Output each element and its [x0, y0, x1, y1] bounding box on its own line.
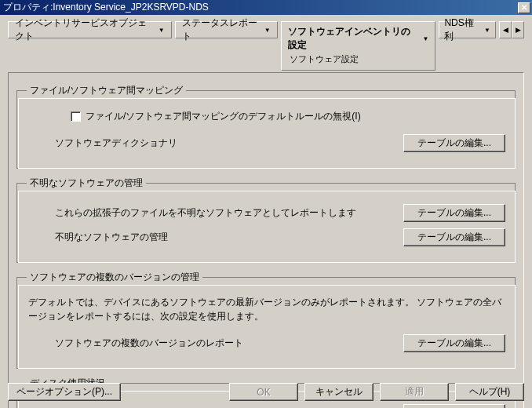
- checkbox-label: ファイル/ソフトウェア間マッピングのデフォルトルールの無視(I): [86, 110, 361, 123]
- tab-status-report[interactable]: ステータスレポート ▼: [175, 21, 278, 38]
- titlebar: プロパティ:Inventory Service_JP2KSRVPD-NDS ✕: [0, 0, 532, 15]
- chevron-right-icon: ▶: [516, 26, 521, 34]
- close-icon: ✕: [521, 3, 527, 12]
- tab-label: ステータスレポート: [182, 16, 260, 43]
- tab-scroll-buttons: ◀ ▶: [499, 21, 524, 38]
- edit-table-button-dictionary[interactable]: テーブルの編集...: [403, 134, 505, 152]
- page-options-button[interactable]: ページオプション(P)...: [8, 383, 121, 401]
- chevron-down-icon: ▼: [484, 27, 490, 34]
- chevron-down-icon: ▼: [264, 27, 271, 34]
- tab-inventory-object[interactable]: インベントリサービスオブジェクト ▼: [8, 21, 172, 38]
- label-software-dictionary: ソフトウェアディクショナリ: [27, 137, 403, 150]
- group-legend: ファイル/ソフトウェア間マッピング: [27, 84, 186, 97]
- group-unknown-software: 不明なソフトウェアの管理 これらの拡張子のファイルを不明なソフトウェアとしてレポ…: [16, 177, 516, 263]
- group-file-mapping: ファイル/ソフトウェア間マッピング ファイル/ソフトウェア間マッピングのデフォル…: [16, 84, 516, 169]
- label-extensions-report: これらの拡張子のファイルを不明なソフトウェアとしてレポートします: [27, 206, 403, 220]
- tab-subtitle: ソフトウェア設定: [288, 53, 359, 65]
- label-versions-report: ソフトウェアの複数のバージョンのレポート: [27, 337, 403, 350]
- edit-table-button-extensions[interactable]: テーブルの編集...: [403, 204, 505, 222]
- label-unknown-software-mgmt: 不明なソフトウェアの管理: [27, 231, 403, 244]
- versions-description: デフォルトでは、デバイスにあるソフトウェアの最新バージョンのみがレポートされます…: [27, 292, 505, 328]
- group-multiple-versions: ソフトウェアの複数のバージョンの管理 デフォルトでは、デバイスにあるソフトウェア…: [16, 271, 516, 369]
- tab-software-inventory-settings[interactable]: ソフトウェアインベントリの設定 ▼ ソフトウェア設定: [281, 21, 436, 71]
- tab-scroll-right[interactable]: ▶: [512, 21, 524, 38]
- ok-button[interactable]: OK: [229, 383, 298, 401]
- help-button[interactable]: ヘルプ(H): [455, 383, 524, 401]
- apply-button[interactable]: 適用: [380, 383, 449, 401]
- edit-table-button-unknown-mgmt[interactable]: テーブルの編集...: [403, 228, 505, 246]
- checkbox-icon: [71, 111, 81, 122]
- group-legend: 不明なソフトウェアの管理: [27, 177, 146, 190]
- window-title: プロパティ:Inventory Service_JP2KSRVPD-NDS: [3, 1, 209, 14]
- chevron-down-icon: ▼: [422, 35, 428, 42]
- edit-table-button-versions[interactable]: テーブルの編集...: [403, 334, 505, 352]
- tab-label: インベントリサービスオブジェクト: [15, 16, 154, 43]
- tabs-row: インベントリサービスオブジェクト ▼ ステータスレポート ▼ ソフトウェアインベ…: [8, 21, 524, 71]
- checkbox-ignore-default-rules[interactable]: ファイル/ソフトウェア間マッピングのデフォルトルールの無視(I): [27, 110, 505, 123]
- tab-label: ソフトウェアインベントリの設定: [288, 25, 418, 52]
- group-legend: ソフトウェアの複数のバージョンの管理: [27, 271, 202, 284]
- dialog-button-bar: ページオプション(P)... OK キャンセル 適用 ヘルプ(H): [8, 383, 524, 401]
- tab-nds-rights[interactable]: NDS権利 ▼: [439, 21, 496, 38]
- chevron-left-icon: ◀: [503, 26, 508, 34]
- close-button[interactable]: ✕: [518, 2, 530, 13]
- chevron-down-icon: ▼: [159, 27, 165, 34]
- edit-table-button-disk-usage[interactable]: テーブルの編集...: [403, 404, 505, 408]
- tab-scroll-left[interactable]: ◀: [499, 21, 512, 38]
- cancel-button[interactable]: キャンセル: [304, 383, 373, 401]
- settings-panel: ファイル/ソフトウェア間マッピング ファイル/ソフトウェア間マッピングのデフォル…: [8, 72, 524, 408]
- tab-label: NDS権利: [444, 16, 479, 43]
- window-body: インベントリサービスオブジェクト ▼ ステータスレポート ▼ ソフトウェアインベ…: [0, 15, 532, 408]
